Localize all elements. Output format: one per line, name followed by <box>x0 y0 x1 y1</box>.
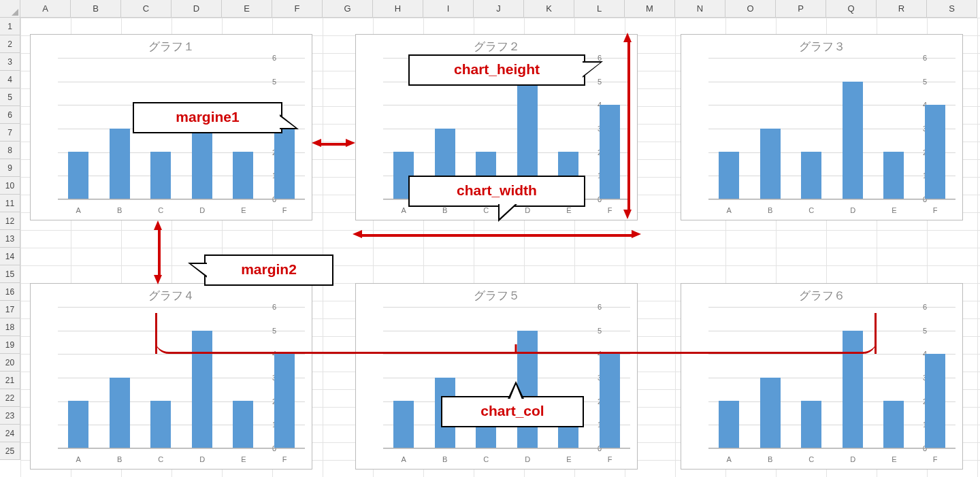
column-header-b[interactable]: B <box>71 0 121 18</box>
x-label: D <box>850 206 855 214</box>
column-header-d[interactable]: D <box>172 0 222 18</box>
column-header-g[interactable]: G <box>323 0 373 18</box>
row-header-17[interactable]: 17 <box>0 301 20 318</box>
chart-title: グラフ２ <box>356 35 637 54</box>
column-header-k[interactable]: K <box>524 0 574 18</box>
bar-F <box>600 105 620 199</box>
chart-c6[interactable]: グラフ６0123456ABCDEF <box>681 283 963 470</box>
row-header-8[interactable]: 8 <box>0 142 20 159</box>
bar-B <box>760 129 781 199</box>
arrow-head-right2-icon <box>346 139 355 147</box>
chart-title: グラフ５ <box>356 284 637 303</box>
column-header-m[interactable]: M <box>625 0 675 18</box>
chart-title: グラフ３ <box>681 35 962 54</box>
column-header-e[interactable]: E <box>222 0 272 18</box>
row-header-20[interactable]: 20 <box>0 354 20 372</box>
arrow-chart-width <box>361 234 633 237</box>
row-header-5[interactable]: 5 <box>0 88 20 106</box>
column-header-a[interactable]: A <box>20 0 71 18</box>
bar-A <box>393 401 414 448</box>
row-header-15[interactable]: 15 <box>0 265 20 283</box>
row-headers: 1234567891011121314151617181920212223242… <box>0 18 20 460</box>
column-header-f[interactable]: F <box>272 0 323 18</box>
row-header-4[interactable]: 4 <box>0 71 20 88</box>
bar-C <box>150 152 171 199</box>
x-label: B <box>117 206 122 214</box>
row-header-10[interactable]: 10 <box>0 177 20 195</box>
arrow-head-up2-icon <box>154 220 162 230</box>
arrow-head-down-icon <box>623 210 632 219</box>
row-header-11[interactable]: 11 <box>0 195 20 212</box>
x-label: B <box>768 455 772 463</box>
bar-D <box>843 82 863 199</box>
x-label: F <box>608 455 612 463</box>
x-labels: ABCDEF <box>383 455 630 463</box>
column-header-l[interactable]: L <box>574 0 625 18</box>
row-header-1[interactable]: 1 <box>0 18 20 35</box>
x-label: E <box>566 455 571 463</box>
bar-A <box>719 401 739 448</box>
arrow-head-down2-icon <box>154 275 162 284</box>
row-header-24[interactable]: 24 <box>0 425 20 442</box>
chart-c5[interactable]: グラフ５0123456ABCDEF <box>355 283 638 470</box>
row-header-22[interactable]: 22 <box>0 389 20 407</box>
row-header-3[interactable]: 3 <box>0 53 20 71</box>
bar-B <box>760 378 781 448</box>
row-header-23[interactable]: 23 <box>0 407 20 425</box>
row-header-19[interactable]: 19 <box>0 336 20 354</box>
row-header-25[interactable]: 25 <box>0 442 20 460</box>
column-header-c[interactable]: C <box>121 0 172 18</box>
column-header-h[interactable]: H <box>373 0 423 18</box>
bar-A <box>68 401 88 448</box>
x-label: C <box>158 206 163 214</box>
chart-c3[interactable]: グラフ３0123456ABCDEF <box>681 34 963 220</box>
row-header-18[interactable]: 18 <box>0 318 20 336</box>
x-label: F <box>933 206 938 214</box>
chart-c4[interactable]: グラフ４0123456ABCDEF <box>30 283 312 470</box>
row-header-14[interactable]: 14 <box>0 248 20 265</box>
x-label: A <box>727 455 732 463</box>
row-header-13[interactable]: 13 <box>0 230 20 248</box>
row-header-21[interactable]: 21 <box>0 372 20 389</box>
column-header-o[interactable]: O <box>725 0 776 18</box>
row-header-7[interactable]: 7 <box>0 124 20 142</box>
x-labels: ABCDEF <box>708 455 956 463</box>
bar-F <box>925 354 945 448</box>
x-label: A <box>402 455 406 463</box>
x-label: D <box>199 455 205 463</box>
row-header-9[interactable]: 9 <box>0 159 20 177</box>
x-label: E <box>892 455 896 463</box>
x-label: F <box>608 206 612 214</box>
column-header-i[interactable]: I <box>423 0 474 18</box>
column-header-p[interactable]: P <box>776 0 826 18</box>
select-all-corner[interactable] <box>0 0 20 18</box>
column-header-r[interactable]: R <box>877 0 927 18</box>
callout-margine1: margine1 <box>133 102 282 133</box>
row-header-6[interactable]: 6 <box>0 106 20 124</box>
callout-chart-height: chart_height <box>408 54 585 86</box>
bar-A <box>719 152 739 199</box>
x-label: B <box>117 455 122 463</box>
bar-B <box>110 378 130 448</box>
row-header-12[interactable]: 12 <box>0 212 20 230</box>
column-header-q[interactable]: Q <box>826 0 877 18</box>
bar-E <box>233 152 253 199</box>
row-header-16[interactable]: 16 <box>0 283 20 301</box>
row-header-2[interactable]: 2 <box>0 35 20 53</box>
chart-title: グラフ４ <box>31 284 312 303</box>
column-header-n[interactable]: N <box>675 0 725 18</box>
x-label: D <box>525 455 530 463</box>
bars <box>708 58 956 199</box>
column-header-s[interactable]: S <box>927 0 977 18</box>
callout-margine1-text: margine1 <box>134 103 281 131</box>
bar-E <box>883 401 904 448</box>
x-label: B <box>442 206 447 214</box>
bar-D <box>192 129 212 199</box>
x-label: C <box>808 206 814 214</box>
callout-chart-height-text: chart_height <box>410 56 584 83</box>
bar-C <box>801 401 821 448</box>
arrow-chart-height <box>627 41 630 211</box>
callout-chart-col: chart_col <box>441 396 584 427</box>
column-header-j[interactable]: J <box>474 0 524 18</box>
bar-F <box>274 129 295 199</box>
